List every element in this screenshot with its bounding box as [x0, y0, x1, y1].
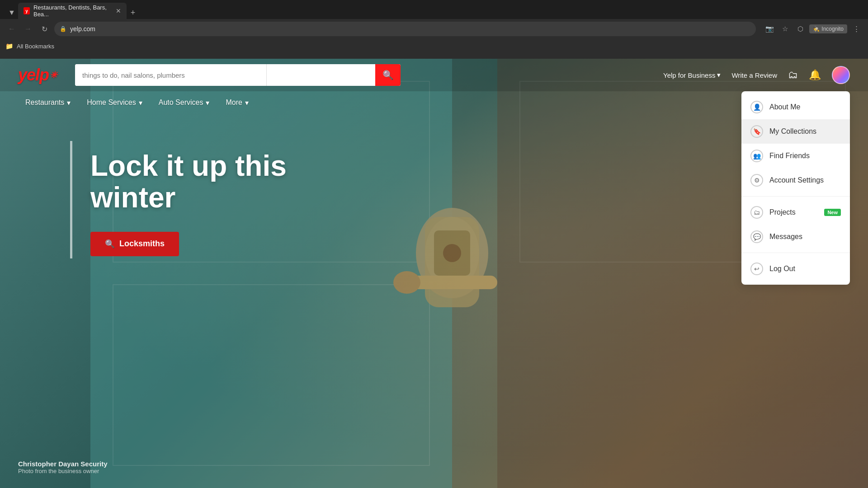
account-settings-label: Account Settings: [769, 176, 824, 184]
account-settings-icon: ⚙: [750, 174, 763, 187]
photo-credit-name: Christopher Dayan Security: [18, 460, 108, 468]
auto-services-chevron-icon: ▾: [206, 99, 209, 107]
search-where-input[interactable]: San Francisco, CA: [267, 64, 375, 86]
forward-btn[interactable]: →: [22, 23, 34, 35]
dropdown-projects[interactable]: 🗂 Projects New: [741, 200, 850, 225]
dropdown-messages[interactable]: 💬 Messages: [741, 225, 850, 249]
back-btn[interactable]: ←: [5, 23, 18, 35]
extension-icon[interactable]: ⬡: [794, 23, 807, 35]
projects-icon: 🗂: [750, 206, 763, 219]
nav-home-services[interactable]: Home Services ▾: [80, 94, 149, 112]
search-what-input[interactable]: [75, 64, 267, 86]
address-bar[interactable]: 🔒 yelp.com: [54, 22, 756, 36]
tab-close-btn[interactable]: ✕: [116, 7, 121, 14]
dropdown-divider-1: [741, 196, 850, 197]
browser-tab[interactable]: y Restaurants, Dentists, Bars, Bea... ✕: [18, 3, 127, 19]
dropdown-log-out[interactable]: ↩ Log Out: [741, 257, 850, 281]
incognito-icon: 🕵: [813, 26, 820, 32]
tab-bar: ▼ y Restaurants, Dentists, Bars, Bea... …: [0, 0, 868, 19]
projects-label: Projects: [769, 208, 796, 216]
nav-auto-services[interactable]: Auto Services ▾: [151, 94, 217, 112]
new-tab-btn[interactable]: +: [127, 6, 139, 19]
photo-credit-sub: Photo from the business owner: [18, 468, 108, 474]
dropdown-account-settings[interactable]: ⚙ Account Settings: [741, 168, 850, 192]
nav-auto-services-label: Auto Services: [159, 99, 203, 107]
browser-chrome: ▼ y Restaurants, Dentists, Bars, Bea... …: [0, 0, 868, 59]
my-collections-label: My Collections: [769, 127, 816, 136]
dropdown-find-friends[interactable]: 👥 Find Friends: [741, 144, 850, 168]
camera-off-icon[interactable]: 📷: [763, 23, 776, 35]
business-link[interactable]: Yelp for Business ▾: [663, 71, 721, 79]
bookmarks-folder-icon: 📁: [5, 42, 13, 50]
my-collections-icon: 🔖: [750, 125, 763, 138]
reload-btn[interactable]: ↻: [38, 23, 51, 35]
business-chevron-icon: ▾: [717, 71, 721, 79]
more-chevron-icon: ▾: [245, 99, 249, 107]
hero-accent-bar: [70, 141, 72, 258]
search-bar: San Francisco, CA 🔍: [75, 64, 401, 86]
header-right: Yelp for Business ▾ Write a Review 🗂 🔔: [663, 66, 850, 84]
yelp-page: yelp ✳ San Francisco, CA 🔍 Yelp for Busi…: [0, 59, 868, 488]
yelp-logo[interactable]: yelp ✳: [18, 66, 57, 84]
yelp-header: yelp ✳ San Francisco, CA 🔍 Yelp for Busi…: [0, 59, 868, 91]
find-friends-label: Find Friends: [769, 152, 810, 160]
incognito-badge: 🕵 Incognito: [809, 24, 847, 33]
tab-list-arrow[interactable]: ▼: [5, 6, 18, 19]
dropdown-my-collections[interactable]: 🔖 My Collections: [741, 119, 850, 144]
about-me-icon: 👤: [750, 101, 763, 113]
log-out-icon: ↩: [750, 263, 763, 275]
hero-content: Lock it up this winter 🔍 Locksmiths: [0, 114, 868, 292]
locksmiths-search-icon: 🔍: [105, 239, 115, 249]
url-display: yelp.com: [70, 25, 95, 33]
tab-favicon: y: [24, 7, 30, 14]
yelp-nav: Restaurants ▾ Home Services ▾ Auto Servi…: [0, 91, 868, 114]
activity-icon[interactable]: 🗂: [788, 69, 798, 81]
find-friends-icon: 👥: [750, 150, 763, 162]
tab-title: Restaurants, Dentists, Bars, Bea...: [33, 4, 112, 18]
about-me-label: About Me: [769, 103, 800, 111]
restaurants-chevron-icon: ▾: [67, 99, 71, 107]
nav-home-services-label: Home Services: [87, 99, 136, 107]
dropdown-divider-2: [741, 253, 850, 253]
user-avatar[interactable]: [832, 66, 850, 84]
bookmarks-label: All Bookmarks: [17, 43, 54, 50]
notification-bell-icon[interactable]: 🔔: [809, 69, 821, 81]
yelp-top-bar: yelp ✳ San Francisco, CA 🔍 Yelp for Busi…: [18, 59, 850, 91]
bookmark-star-icon[interactable]: ☆: [778, 23, 791, 35]
security-icon: 🔒: [60, 26, 66, 32]
write-review-link[interactable]: Write a Review: [731, 71, 777, 79]
search-submit-btn[interactable]: 🔍: [375, 64, 401, 86]
hero-title: Lock it up this winter: [90, 150, 298, 214]
messages-label: Messages: [769, 233, 802, 241]
nav-more-label: More: [226, 99, 242, 107]
dropdown-about-me[interactable]: 👤 About Me: [741, 95, 850, 119]
more-menu-btn[interactable]: ⋮: [850, 23, 863, 35]
incognito-label: Incognito: [821, 26, 844, 32]
messages-icon: 💬: [750, 230, 763, 243]
nav-restaurants[interactable]: Restaurants ▾: [18, 94, 78, 112]
projects-new-badge: New: [824, 209, 841, 216]
nav-restaurants-label: Restaurants: [25, 99, 64, 107]
nav-right-icons: 📷 ☆ ⬡ 🕵 Incognito ⋮: [763, 23, 863, 35]
user-dropdown-menu: 👤 About Me 🔖 My Collections 👥 Find Frien…: [741, 91, 850, 285]
locksmiths-cta-btn[interactable]: 🔍 Locksmiths: [90, 232, 179, 256]
browser-nav-bar: ← → ↻ 🔒 yelp.com 📷 ☆ ⬡ 🕵 Incognito ⋮: [0, 19, 868, 39]
nav-more[interactable]: More ▾: [218, 94, 255, 112]
home-services-chevron-icon: ▾: [139, 99, 142, 107]
bookmarks-bar: 📁 All Bookmarks: [0, 39, 868, 53]
photo-credit: Christopher Dayan Security Photo from th…: [18, 460, 108, 474]
log-out-label: Log Out: [769, 265, 795, 273]
